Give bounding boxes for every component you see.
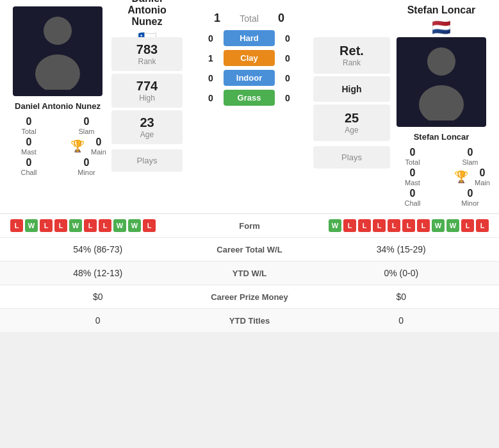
center-left-name: Daniel Antonio Nunez — [111, 0, 183, 28]
right-total-value: 0 — [390, 147, 435, 158]
left-player: Daniel Antonio Nunez 0 Total 0 Slam 0 Ma… — [6, 6, 109, 207]
indoor-left: 0 — [204, 73, 217, 83]
left-rank-box: 783 Rank — [111, 37, 183, 71]
ytd-wl-row: 48% (12-13) YTD W/L 0% (0-0) — [0, 261, 499, 285]
titles-right: 0 — [314, 315, 489, 326]
grass-left: 0 — [204, 93, 217, 103]
career-wl-left: 54% (86-73) — [10, 244, 186, 254]
right-age-value: 25 — [316, 111, 388, 126]
right-age-box: 25 Age — [313, 104, 390, 141]
right-mast-label: Mast — [390, 179, 435, 187]
form-left: LWLLWLLWWL — [10, 219, 211, 232]
total-right-score: 0 — [275, 12, 288, 25]
left-plays-box: Plays — [111, 149, 183, 172]
career-wl-label: Career Total W/L — [186, 245, 314, 254]
right-mast-value: 0 — [390, 167, 435, 179]
ytd-wl-left: 48% (12-13) — [10, 268, 186, 278]
titles-row: 0 YTD Titles 0 — [0, 308, 499, 332]
grass-row: 0 Grass 0 — [204, 90, 294, 106]
clay-row: 1 Clay 0 — [204, 50, 294, 66]
right-chall-label: Chall — [390, 199, 435, 207]
form-badge-right: L — [402, 219, 415, 232]
form-badge-right: L — [417, 219, 430, 232]
left-mast-label: Mast — [21, 148, 37, 156]
left-slam-label: Slam — [64, 128, 109, 135]
stats-section: 54% (86-73) Career Total W/L 34% (15-29)… — [0, 237, 499, 332]
hard-button[interactable]: Hard — [224, 30, 275, 46]
grass-button[interactable]: Grass — [224, 90, 275, 106]
indoor-button[interactable]: Indoor — [224, 70, 275, 86]
right-high-box: High — [313, 76, 390, 102]
prize-label: Career Prize Money — [186, 292, 314, 302]
left-player-stats: 0 Total 0 Slam 0 Mast 🏆 — [6, 116, 109, 176]
total-label: Total — [230, 13, 268, 24]
form-badge-left: W — [69, 219, 82, 232]
form-badge-right: L — [358, 219, 371, 232]
form-badge-right: L — [461, 219, 474, 232]
form-section: LWLLWLLWWL Form WLLLLLLWWLL — [0, 213, 499, 237]
left-player-name: Daniel Antonio Nunez — [15, 101, 101, 111]
left-age-label: Age — [114, 130, 180, 139]
right-slam-value: 0 — [448, 147, 493, 158]
right-rank-box: Ret. Rank — [313, 37, 390, 74]
left-rank-label: Rank — [114, 57, 180, 66]
left-minor-value: 0 — [64, 157, 109, 169]
clay-right: 0 — [281, 53, 294, 63]
form-badge-right: L — [343, 219, 356, 232]
left-age-value: 23 — [114, 115, 180, 130]
form-badge-left: L — [40, 219, 53, 232]
center-right-name: Stefan Loncar — [407, 4, 476, 16]
right-center-panel: Ret. Rank High 25 Age Plays — [313, 6, 390, 207]
hard-left: 0 — [204, 33, 217, 44]
titles-label: YTD Titles — [186, 316, 314, 326]
form-badge-right: W — [329, 219, 341, 232]
indoor-right: 0 — [281, 73, 294, 83]
form-badge-left: L — [143, 219, 156, 232]
form-badge-left: W — [128, 219, 141, 232]
left-high-label: High — [114, 94, 180, 103]
match-center: 1 Total 0 0 Hard 0 1 Clay 0 0 Indoor 0 0 — [185, 6, 313, 207]
prize-row: $0 Career Prize Money $0 — [0, 285, 499, 308]
left-main-value: 0 — [96, 137, 102, 148]
left-high-box: 774 High — [111, 74, 183, 108]
left-avatar — [13, 6, 102, 96]
right-chall-value: 0 — [390, 188, 435, 199]
ytd-wl-label: YTD W/L — [186, 269, 314, 278]
right-trophy-icon: 🏆 — [454, 170, 468, 184]
left-minor-label: Minor — [64, 169, 109, 176]
prize-left: $0 — [10, 292, 186, 302]
left-rank-value: 783 — [114, 42, 180, 57]
right-plays-box: Plays — [313, 146, 390, 169]
left-plays-label: Plays — [114, 156, 180, 165]
clay-left: 1 — [204, 53, 217, 63]
form-badge-left: L — [10, 219, 23, 232]
form-badge-right: W — [446, 219, 459, 232]
career-wl-right: 34% (15-29) — [314, 244, 489, 254]
form-right: WLLLLLLWWLL — [288, 219, 489, 232]
hard-right: 0 — [281, 33, 294, 44]
main-container: Daniel Antonio Nunez 0 Total 0 Slam 0 Ma… — [0, 0, 499, 332]
hard-row: 0 Hard 0 — [204, 30, 294, 46]
left-age-box: 23 Age — [111, 110, 183, 144]
career-wl-row: 54% (86-73) Career Total W/L 34% (15-29) — [0, 237, 499, 261]
form-badge-right: L — [373, 219, 386, 232]
left-high-value: 774 — [114, 79, 180, 94]
form-badge-right: L — [388, 219, 400, 232]
left-chall-value: 0 — [6, 157, 51, 169]
left-total-value: 0 — [6, 116, 51, 128]
svg-point-3 — [419, 85, 464, 120]
total-left-score: 1 — [211, 12, 224, 25]
left-center-panel: Daniel Antonio Nunez 🇨🇱 783 Rank 774 Hig… — [109, 6, 185, 207]
right-flag: 🇳🇱 — [432, 19, 451, 37]
svg-point-1 — [35, 54, 80, 90]
grass-right: 0 — [281, 93, 294, 103]
prize-right: $0 — [314, 292, 489, 302]
ytd-wl-right: 0% (0-0) — [314, 268, 489, 278]
left-chall-label: Chall — [6, 169, 51, 176]
clay-button[interactable]: Clay — [224, 50, 275, 66]
right-player-name: Stefan Loncar — [414, 132, 470, 142]
left-slam-value: 0 — [64, 116, 109, 128]
right-slam-label: Slam — [448, 158, 493, 166]
right-age-label: Age — [316, 126, 388, 135]
left-main-label: Main — [91, 148, 106, 156]
